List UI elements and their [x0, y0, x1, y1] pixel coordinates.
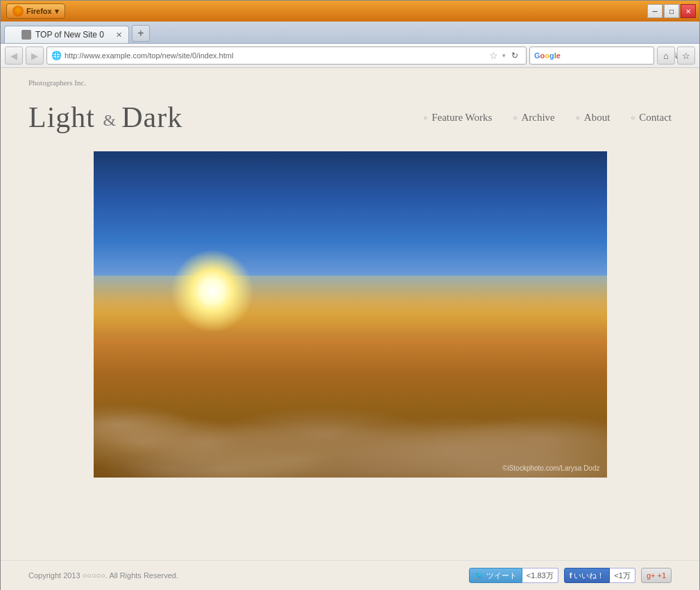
forward-button[interactable]: ▶ [26, 47, 44, 65]
nav-contact-label: Contact [639, 112, 672, 124]
gplus-icon: g+ [647, 571, 656, 580]
gplus-label: +1 [657, 571, 666, 580]
window-controls: ─ □ ✕ [647, 4, 696, 18]
nav-archive-label: Archive [521, 112, 554, 124]
site-title: Light & Dark [28, 101, 182, 134]
tab-close-button[interactable]: ✕ [113, 29, 124, 40]
site-title-dark: Dark [121, 101, 182, 133]
nav-extra-buttons: ⌂ ☆ [657, 47, 695, 65]
minimize-button[interactable]: ─ [647, 4, 663, 18]
site-title-nav-row: Light & Dark Feature Works Archive About… [1, 94, 699, 144]
tweet-label: ツイート [486, 571, 517, 581]
like-count-value: 1万 [619, 571, 631, 581]
tweet-button[interactable]: 🐦 ツイート [469, 568, 522, 583]
like-button[interactable]: f いいね！ [564, 568, 611, 583]
hero-image: ©iStockphoto.com/Larysa Dodz [94, 151, 607, 478]
home-button[interactable]: ⌂ [657, 47, 675, 65]
footer-copyright: Copyright 2013 ○○○○○. All Rights Reserve… [28, 571, 178, 580]
nav-archive[interactable]: Archive [513, 112, 554, 124]
title-bar: Firefox ▾ ─ □ ✕ [1, 1, 699, 22]
address-bar-text: http://www.example.com/top/new/site/0/in… [65, 51, 233, 60]
restore-button[interactable]: □ [664, 4, 679, 18]
footer-social-buttons: 🐦 ツイート < 1.83万 f いいね！ < 1万 [469, 568, 672, 583]
site-header: Photographers Inc. [1, 68, 699, 94]
like-button-group: f いいね！ < 1万 [564, 568, 635, 583]
tab-title: TOP of New Site 0 [35, 30, 104, 40]
site-title-ampersand: & [103, 111, 122, 129]
tweet-button-group: 🐦 ツイート < 1.83万 [469, 568, 558, 583]
nav-feature-works[interactable]: Feature Works [423, 112, 492, 124]
firefox-label: Firefox [26, 7, 52, 15]
tab-bar: TOP of New Site 0 ✕ + [1, 22, 699, 44]
like-label: いいね！ [574, 571, 604, 581]
firefox-dropdown-icon: ▾ [55, 7, 59, 16]
site-footer: Copyright 2013 ○○○○○. All Rights Reserve… [1, 560, 699, 590]
nav-about[interactable]: About [576, 112, 611, 124]
site-navigation: Feature Works Archive About Contact [423, 112, 672, 124]
bookmark-star-icon[interactable]: ☆ [486, 49, 500, 62]
refresh-button[interactable]: ↻ [508, 49, 522, 62]
nav-about-label: About [584, 112, 611, 124]
firefox-menu-button[interactable]: Firefox ▾ [6, 3, 65, 19]
page-favicon-small: 🌐 [51, 51, 62, 60]
company-name: Photographers Inc. [28, 78, 672, 87]
triangle-icon: ▾ [502, 52, 506, 59]
search-bar[interactable]: Google 🔍 [529, 47, 654, 65]
tab-favicon [22, 30, 31, 40]
facebook-icon: f [570, 571, 572, 580]
close-button[interactable]: ✕ [681, 4, 696, 18]
new-tab-button[interactable]: + [132, 25, 150, 42]
nav-contact[interactable]: Contact [631, 112, 672, 124]
search-input[interactable] [563, 51, 667, 60]
gplus-button[interactable]: g+ +1 [641, 568, 672, 583]
bookmarks-button[interactable]: ☆ [677, 47, 695, 65]
nav-feature-works-label: Feature Works [432, 112, 492, 124]
search-engine-logo: Google [534, 51, 561, 60]
tweet-bird-icon: 🐦 [475, 571, 484, 580]
hero-caption: ©iStockphoto.com/Larysa Dodz [502, 464, 599, 472]
browser-window: Firefox ▾ ─ □ ✕ TOP of New Site 0 ✕ + ◀ … [0, 0, 700, 590]
hero-section: ©iStockphoto.com/Larysa Dodz [1, 144, 699, 491]
tweet-count: < 1.83万 [522, 568, 558, 583]
navigation-bar: ◀ ▶ 🌐 http://www.example.com/top/new/sit… [1, 44, 699, 68]
back-button[interactable]: ◀ [5, 47, 23, 65]
firefox-logo [12, 6, 24, 17]
browser-content: Photographers Inc. Light & Dark Feature … [1, 68, 699, 590]
site-title-light: Light [28, 101, 95, 133]
browser-tab-active[interactable]: TOP of New Site 0 ✕ [4, 26, 129, 43]
tweet-count-value: 1.83万 [531, 571, 553, 581]
like-count: < 1万 [610, 568, 635, 583]
